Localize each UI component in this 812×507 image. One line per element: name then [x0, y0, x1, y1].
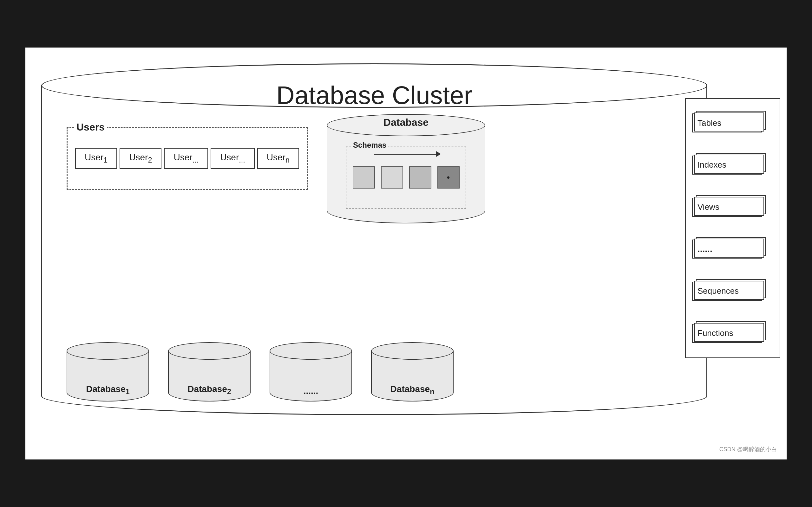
- schema-item-dots: ......: [692, 239, 773, 259]
- schema-item-views: Views: [692, 198, 773, 217]
- inner-db-title: Database: [327, 117, 485, 128]
- databases-row: Database1 Database2 ...... Databasen: [67, 342, 454, 406]
- schema-block-1: [353, 166, 375, 188]
- functions-card: Functions: [692, 324, 762, 343]
- database-n: Databasen: [371, 342, 454, 406]
- cluster-container: Database Cluster Users User1 User2 User.…: [41, 63, 707, 437]
- users-items: User1 User2 User... User... Usern: [67, 128, 307, 189]
- schema-block-3: [409, 166, 432, 188]
- users-box: Users User1 User2 User... User... Usern: [67, 127, 308, 190]
- schemas-items: [346, 147, 466, 209]
- schema-block-2: [381, 166, 403, 188]
- schema-item-sequences: Sequences: [692, 282, 773, 301]
- indexes-card: Indexes: [692, 156, 762, 175]
- main-content: Database Cluster Users User1 User2 User.…: [26, 48, 786, 459]
- sequences-card: Sequences: [692, 282, 762, 301]
- user-badge-2: User2: [119, 148, 161, 169]
- user-badge-1: User1: [75, 148, 117, 169]
- user-badge-4: User...: [211, 148, 255, 169]
- inner-database: Database Schemas: [327, 114, 485, 234]
- schemas-box: Schemas: [346, 146, 466, 209]
- views-card: Views: [692, 198, 762, 217]
- watermark: CSDN @喝醉酒的小白: [719, 446, 777, 453]
- schema-item-tables: Tables: [692, 113, 773, 132]
- user-badge-n: Usern: [257, 148, 299, 169]
- tables-card: Tables: [692, 113, 762, 132]
- users-label: Users: [74, 121, 107, 133]
- database-dots: ......: [270, 342, 352, 406]
- database-1: Database1: [67, 342, 149, 406]
- dots-card: ......: [692, 239, 762, 259]
- schema-item-indexes: Indexes: [692, 156, 773, 175]
- schema-panel: Tables Indexes Views ...... Sequences Fu…: [685, 98, 780, 358]
- schema-item-functions: Functions: [692, 324, 773, 343]
- schemas-label: Schemas: [351, 141, 388, 150]
- cluster-title: Database Cluster: [41, 81, 707, 110]
- schema-arrow: [374, 154, 438, 155]
- user-badge-3: User...: [164, 148, 208, 169]
- schema-block-4: [438, 166, 460, 188]
- database-2: Database2: [168, 342, 251, 406]
